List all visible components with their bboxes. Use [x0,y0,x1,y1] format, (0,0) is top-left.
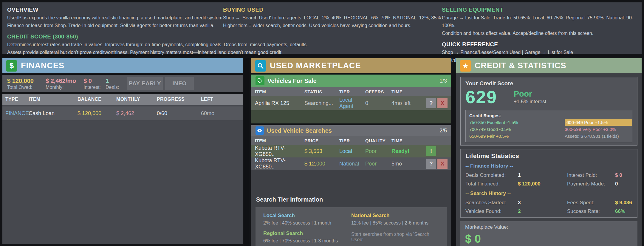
finances-stats-bar: $ 120,000 Total Owed: $ 2,462/mo Monthly… [2,75,243,92]
tier-national-details: 12% fee | 85% success | 2-6 months [351,220,439,226]
credit-score-value: 629 [465,88,497,106]
col-item: ITEM [255,89,304,94]
tier-local: Local Search 2% fee | 40% success | 1 mo… [263,213,351,226]
pay-early-button[interactable]: PAY EARLY [127,77,163,90]
dollar-icon: $ [6,60,17,72]
range-poor-highlighted: 600-649 Poor +1.5% [565,119,632,126]
info-column-buying: BUYING USED Shop → 'Search Used' to hire… [223,7,442,30]
total-owed-label: Total Owed: [7,84,34,90]
table-row: Aprilia RX 125 Searching... Local Agent … [251,96,451,110]
tier-local-name: Local Search [263,213,351,219]
tier-regional: Regional Search 6% fee | 70% success | 1… [263,230,351,244]
credit-ranges-title: Credit Ranges: [469,112,632,119]
success-rate-label: Success Rate: [567,208,615,214]
star-icon: ★ [460,60,471,72]
total-owed-value: $ 120,000 [7,77,34,84]
cancel-button[interactable]: X [437,98,448,108]
credit-header: ★ CREDIT & STATISTICS [456,58,642,73]
credit-rating-wrap: Poor +1.5% interest [514,88,546,106]
quick-reference-line-1: Shop → Finance/Lease/Search Used | Garag… [442,49,642,56]
monthly-label: Monthly: [46,84,76,90]
loan-item: Cash Loan [29,110,78,117]
search-quality: Poor [365,161,391,167]
col-status: STATUS [304,89,339,94]
loan-balance: $ 120,000 [78,110,116,117]
marketplace-title: USED MARKETPLACE [270,61,361,70]
info-column-selling: SELLING EQUIPMENT Garage → List for Sale… [442,7,642,64]
col-item: ITEM [29,97,78,102]
tier-info-note: Start searches from shop via 'Search Use… [351,232,439,244]
deals-value: 1 [106,77,119,84]
fees-spent-value: $ 9,036 [615,200,632,206]
tier-national-name: National Search [351,213,439,219]
selling-equipment-line-1: Garage → List for Sale. Trade-In: 50-65%… [442,14,642,30]
price-tag-icon [256,76,264,85]
listing-offers: 0 [365,100,391,106]
finances-panel: $ FINANCES $ 120,000 Total Owed: $ 2,462… [2,58,243,244]
success-rate-value: 66% [615,208,632,214]
credit-score-line-1: Determines interest rates and trade-in v… [7,41,308,49]
marketplace-header: USED MARKETPLACE [251,58,451,73]
range-good: 700-749 Good -0.5% [469,126,565,133]
col-balance: BALANCE [78,97,116,102]
search-price: $ 12,000 [304,161,339,167]
range-very-poor: 300-599 Very Poor +3.0% [565,126,632,133]
info-button[interactable]: INFO [165,77,194,90]
search-history-grid: Searches Started: 3 Fees Spent: $ 9,036 … [465,200,632,214]
credit-score-heading: CREDIT SCORE (300-850) [7,33,308,40]
used-vehicle-searches-count: 2/5 [439,128,447,134]
vehicles-found-value: 2 [518,208,567,214]
vehicles-found-label: Vehicles Found: [465,208,518,214]
buying-used-line-1: Shop → 'Search Used' to hire agents. LOC… [223,14,442,22]
col-time: TIME [391,138,422,143]
search-quality: Poor [365,148,391,154]
credit-score-line-2: Assets provide collateral but don't prov… [7,49,308,56]
loan-left: 60mo [201,110,240,117]
loan-progress: 0/60 [157,110,201,117]
credit-statistics-panel: ★ CREDIT & STATISTICS Your Credit Score … [456,58,642,246]
listing-status: Searching... [304,100,339,106]
lifetime-statistics-title: Lifetime Statistics [465,152,632,160]
stat-total-owed: $ 120,000 Total Owed: [7,77,34,90]
col-tier: TIER [339,138,365,143]
credit-ranges-box: Credit Ranges: 750-850 Excellent -1.5% 6… [465,110,632,142]
total-financed-value: $ 120,000 [518,181,567,187]
listing-item: Aprilia RX 125 [255,100,304,106]
finances-header: $ FINANCES [2,58,243,73]
stat-deals: 1 Deals: [106,77,119,90]
finance-history-title: -- Finance History -- [465,163,632,169]
help-button[interactable]: ? [426,159,436,169]
finance-history-grid: Deals Completed: 1 Interest Paid: $ 0 To… [465,172,632,187]
finances-table-header: TYPE ITEM BALANCE MONTHLY PROGRESS LEFT [2,94,243,105]
credit-title: CREDIT & STATISTICS [475,61,566,70]
used-marketplace-panel: USED MARKETPLACE Vehicles For Sale 1/3 I… [251,58,451,246]
interest-value: $ 0 [83,77,101,84]
vehicles-table-header: ITEM STATUS TIER OFFERS TIME [251,87,451,96]
stat-interest: $ 0 Interest: [83,77,101,90]
scrollbar-track[interactable] [244,58,249,246]
listing-time: 4mo left [391,100,422,106]
table-row: FINANCE Cash Loan $ 120,000 $ 2,462 0/60… [2,106,243,120]
vehicles-for-sale-count: 1/3 [439,78,447,84]
table-row: Kubota RTV-XG850.. $ 12,000 National Poo… [251,157,451,170]
search-tier-info-title: Search Tier Information [256,196,451,203]
vehicles-list-empty-area [251,110,451,123]
marketplace-value: $ 0 [465,233,633,245]
search-price: $ 3,553 [304,148,339,154]
help-button[interactable]: ? [426,98,436,108]
search-actions: ! [422,146,448,156]
selling-equipment-line-2: Condition and hours affect value. Accept… [442,30,642,37]
loan-type: FINANCE [5,110,29,117]
listing-tier: Local Agent [339,97,365,109]
help-info-panel: OVERVIEW UsedPlus expands the vanilla ec… [2,2,642,54]
searches-started-value: 3 [518,200,567,206]
usedplus-economy-screen: OVERVIEW UsedPlus expands the vanilla ec… [0,0,644,246]
search-actions: ? X [422,159,448,169]
cancel-button[interactable]: X [437,159,448,169]
claim-button[interactable]: ! [426,146,436,156]
marketplace-value-box: Marketplace Value: $ 0 [460,221,637,246]
col-type: TYPE [5,97,29,102]
payments-made-value: 0 [615,181,632,187]
search-item: Kubota RTV-XG850.. [255,157,304,170]
search-item: Kubota RTV-XG850.. [255,145,304,157]
